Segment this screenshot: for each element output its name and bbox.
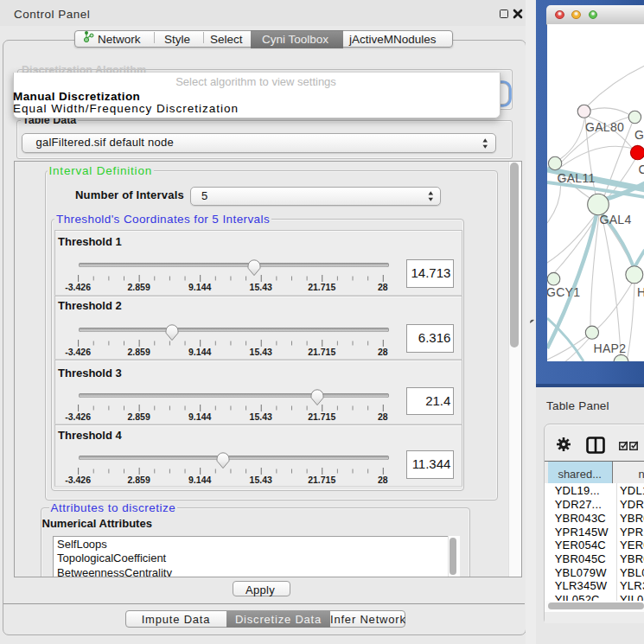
svg-text:H: H [637,285,644,299]
svg-text:GAL4: GAL4 [599,213,631,226]
svg-text:HAP2: HAP2 [593,341,626,355]
svg-text:GCY1: GCY1 [547,285,580,299]
svg-text:C: C [638,163,644,176]
svg-text:GAL80: GAL80 [585,120,624,134]
svg-text:G...: G... [634,128,644,142]
svg-text:GAL11: GAL11 [557,171,595,185]
